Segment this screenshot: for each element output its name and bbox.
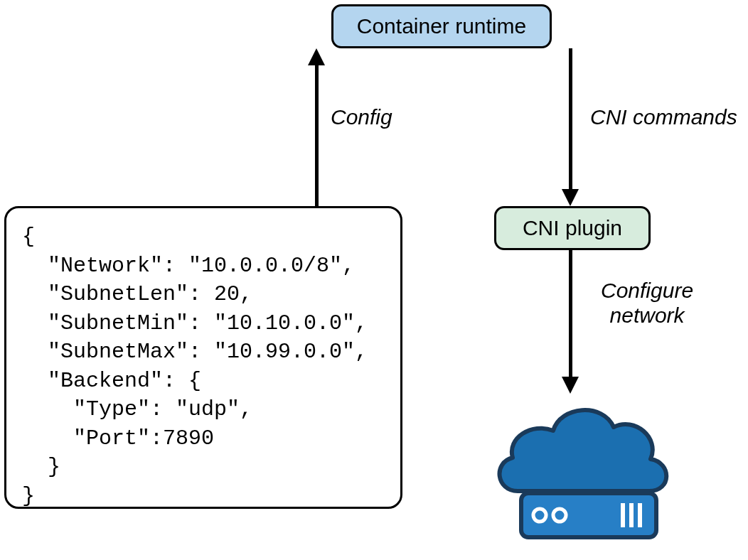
svg-rect-5	[638, 503, 642, 527]
config-arrow-label: Config	[331, 105, 392, 129]
cni-plugin-box: CNI plugin	[494, 206, 651, 250]
cloud-icon	[500, 410, 667, 491]
config-json-box: { "Network": "10.0.0.0/8", "SubnetLen": …	[4, 206, 402, 509]
svg-rect-4	[629, 503, 634, 527]
container-runtime-label: Container runtime	[357, 14, 526, 38]
server-icon	[521, 493, 656, 537]
config-json-content: { "Network": "10.0.0.0/8", "SubnetLen": …	[22, 225, 368, 508]
configure-network-line1: Configure	[601, 279, 693, 303]
cni-plugin-label: CNI plugin	[523, 216, 622, 240]
svg-rect-0	[521, 493, 656, 537]
configure-network-arrow-label: Configure network	[601, 279, 693, 328]
container-runtime-box: Container runtime	[331, 4, 552, 48]
cni-commands-arrow-label: CNI commands	[590, 105, 737, 129]
configure-network-line2: network	[601, 303, 693, 328]
svg-rect-3	[621, 503, 625, 527]
cloud-server-icon	[493, 388, 678, 551]
